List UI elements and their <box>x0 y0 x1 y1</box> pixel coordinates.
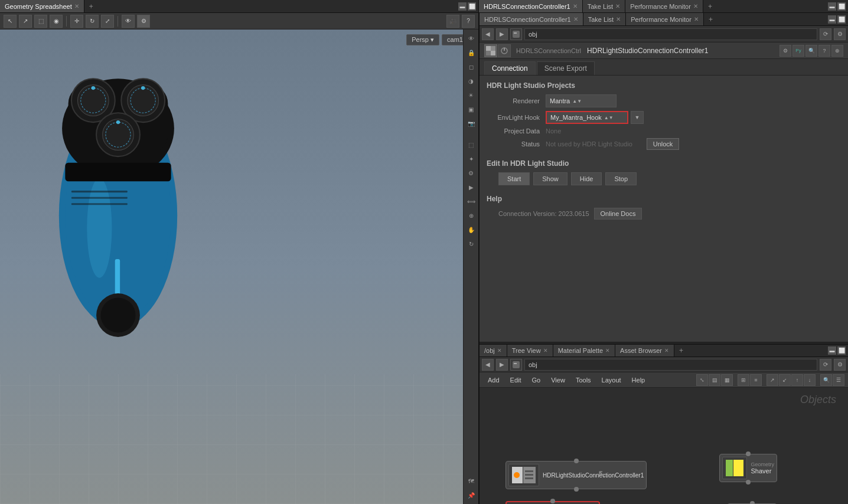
menu-tools[interactable]: Tools <box>571 375 596 385</box>
close-tab-take-list[interactable]: ✕ <box>615 3 620 9</box>
bottom-nav-fwd[interactable]: ▶ <box>496 359 508 371</box>
menu-help[interactable]: Help <box>627 375 650 385</box>
perspective-btn[interactable]: Persp ▾ <box>406 34 439 45</box>
add-tab-right[interactable]: + <box>703 2 717 11</box>
bottom-nav-path[interactable]: obj <box>524 359 817 371</box>
bottom-tab-material[interactable]: Material Palette ✕ <box>553 345 615 356</box>
menu-edit[interactable]: Edit <box>505 375 526 385</box>
close-right-hdrl[interactable]: ✕ <box>573 16 578 22</box>
right-tab-perf[interactable]: Performance Monitor ✕ <box>626 13 704 25</box>
select-all-btn[interactable]: ↗ <box>19 15 32 28</box>
bottom-tab-tree[interactable]: Tree View ✕ <box>507 345 553 356</box>
renderer-select[interactable]: Mantra ▲▼ <box>546 94 617 107</box>
vert-display-btn[interactable]: ◻ <box>465 60 478 73</box>
vert-pan-btn[interactable]: ✋ <box>465 223 478 236</box>
vert-light-btn[interactable]: ☀ <box>465 89 478 102</box>
maximize-left-btn[interactable]: ⬜ <box>468 2 476 11</box>
bottom-tab-asset[interactable]: Asset Browser ✕ <box>615 345 674 356</box>
minimize-right-btn[interactable]: ▬ <box>828 2 836 11</box>
move-btn[interactable]: ✛ <box>70 15 83 28</box>
vert-zoom-btn[interactable]: ⊕ <box>465 209 478 222</box>
node-geo[interactable]: Geometry Shaver <box>719 451 777 485</box>
close-obj-tab[interactable]: ✕ <box>497 348 502 354</box>
menu-layout[interactable]: Layout <box>597 375 626 385</box>
menu-add[interactable]: Add <box>483 375 504 385</box>
add-right-tab-btn[interactable]: + <box>704 15 717 24</box>
close-right-take[interactable]: ✕ <box>616 16 621 22</box>
menu-go[interactable]: Go <box>527 375 546 385</box>
ti-search[interactable]: 🔍 <box>820 374 832 386</box>
nav-options-btn[interactable]: ⚙ <box>834 28 846 40</box>
close-tree-tab[interactable]: ✕ <box>543 348 548 354</box>
node-env[interactable]: Environment Light My_Mantra_Hook <box>505 499 600 504</box>
minimize-right-panel[interactable]: ▬ <box>828 15 836 24</box>
nav-jump-btn[interactable]: ⟳ <box>820 28 831 40</box>
maximize-right-btn[interactable]: ⬜ <box>837 2 846 11</box>
vert-shading-btn[interactable]: ◑ <box>465 74 478 87</box>
vert-pin-btn[interactable]: 📌 <box>465 489 478 502</box>
minimize-left-btn[interactable]: ▬ <box>458 2 467 11</box>
online-docs-btn[interactable]: Online Docs <box>594 208 642 220</box>
ctrl-settings-btn[interactable]: ⚙ <box>779 45 791 57</box>
geo-node-card[interactable]: Geometry Shaver <box>719 454 777 482</box>
ctrl-python-btn[interactable]: Py <box>792 45 804 57</box>
close-tab-geometry[interactable]: ✕ <box>74 3 79 9</box>
ti-in[interactable]: ↙ <box>779 374 791 386</box>
bottom-nav-opts[interactable]: ⚙ <box>834 359 846 371</box>
nav-forward-btn[interactable]: ▶ <box>496 28 508 40</box>
vert-bg-btn[interactable]: ▣ <box>465 103 478 116</box>
ti-out[interactable]: ↗ <box>767 374 778 386</box>
close-material-tab[interactable]: ✕ <box>605 348 610 354</box>
ti-select[interactable]: ⤡ <box>696 374 708 386</box>
envlight-select[interactable]: My_Mantra_Hook ▲▼ <box>546 111 628 124</box>
tab-take-list[interactable]: Take List ✕ <box>583 0 625 12</box>
ti-up[interactable]: ↑ <box>791 374 803 386</box>
vert-util-btn[interactable]: ⚙ <box>465 166 478 179</box>
nav-back-btn[interactable]: ◀ <box>482 28 494 40</box>
ctrl-search-btn[interactable]: 🔍 <box>805 45 817 57</box>
vert-snap-btn[interactable]: ✦ <box>465 152 478 165</box>
bottom-minimize-btn[interactable]: ▬ <box>828 346 836 355</box>
vert-lock-btn[interactable]: 🔒 <box>465 46 478 59</box>
ti-list[interactable]: ≡ <box>750 374 762 386</box>
unlock-button[interactable]: Unlock <box>647 138 680 150</box>
vert-vis-btn[interactable]: 👁 <box>465 32 478 45</box>
help-btn[interactable]: ? <box>462 15 475 28</box>
menu-view[interactable]: View <box>546 375 570 385</box>
close-right-perf[interactable]: ✕ <box>694 16 699 22</box>
close-asset-tab[interactable]: ✕ <box>664 348 669 354</box>
tab-hdrl-controller[interactable]: HDRLSConnectionController1 ✕ <box>479 0 583 12</box>
ti-down[interactable]: ↓ <box>804 374 816 386</box>
vert-obj-btn[interactable]: ⬚ <box>465 138 478 151</box>
add-tab-left[interactable]: + <box>84 2 98 11</box>
vert-render-btn[interactable]: ▶ <box>465 181 478 194</box>
vert-map-btn[interactable]: 🗺 <box>465 474 478 487</box>
cam-switcher-btn[interactable]: 🎥 <box>446 15 459 28</box>
bottom-maximize-btn[interactable]: ⬜ <box>837 346 846 355</box>
ctrl-expand-btn[interactable]: ⊕ <box>831 45 843 57</box>
hdrl-node-card[interactable]: HDRLightStudioConnectionController1 <box>505 461 647 489</box>
stop-btn[interactable]: Stop <box>605 172 637 185</box>
view-btn[interactable]: 👁 <box>122 15 135 28</box>
node-cam[interactable]: cam1 <box>727 501 777 504</box>
bottom-nav-jump[interactable]: ⟳ <box>820 359 831 371</box>
ti-arrange[interactable]: ▤ <box>709 374 720 386</box>
ti-filter[interactable]: ☰ <box>833 374 844 386</box>
lasso-btn[interactable]: ◉ <box>50 15 63 28</box>
close-tab-hdrl[interactable]: ✕ <box>573 3 578 9</box>
close-tab-perf[interactable]: ✕ <box>693 3 698 9</box>
maximize-right-panel[interactable]: ⬜ <box>837 15 846 24</box>
vert-cam-btn[interactable]: 📷 <box>465 117 478 130</box>
ctrl-help-btn[interactable]: ? <box>818 45 830 57</box>
envlight-action-btn[interactable]: ▼ <box>631 111 644 124</box>
bottom-node-area[interactable]: Objects <box>480 388 848 504</box>
tab-connection[interactable]: Connection <box>484 61 536 75</box>
box-select-btn[interactable]: ⬚ <box>34 15 47 28</box>
scale-btn[interactable]: ⤢ <box>101 15 114 28</box>
right-tab-take-list[interactable]: Take List ✕ <box>583 13 626 25</box>
settings-btn[interactable]: ⚙ <box>137 15 150 28</box>
nav-path-display[interactable]: obj <box>524 28 817 40</box>
ti-layout[interactable]: ▦ <box>721 374 733 386</box>
select-tool-btn[interactable]: ↖ <box>4 15 17 28</box>
rotate-btn[interactable]: ↻ <box>86 15 99 28</box>
